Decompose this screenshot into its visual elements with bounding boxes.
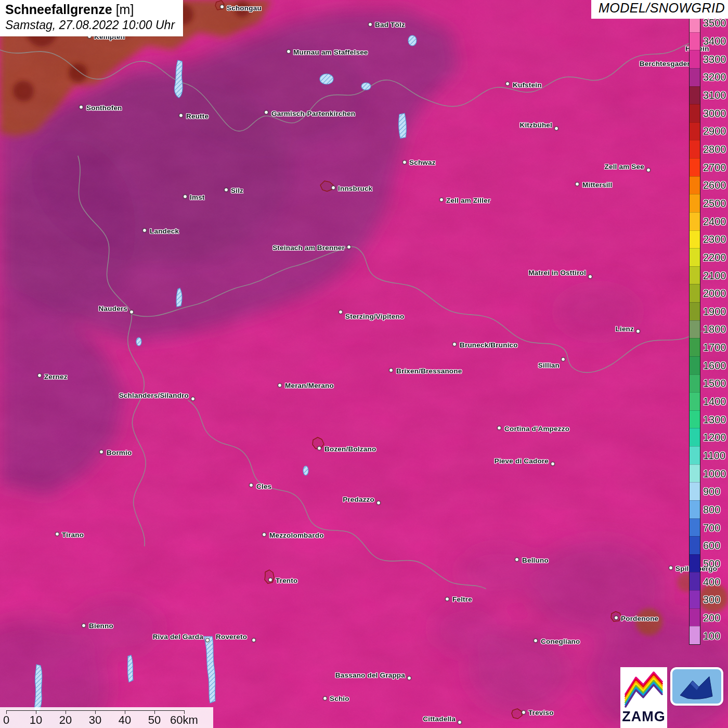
city-label-matrei-in-osttirol: Matrei in Osttirol — [528, 269, 586, 277]
colorbar-label-1200: 1200 — [703, 428, 728, 447]
colorbar-segment-1500 — [690, 374, 700, 393]
city-dot-cittadella — [458, 720, 462, 724]
city-label-schongau: Schongau — [227, 4, 262, 12]
colorbar-label-600: 600 — [703, 537, 728, 555]
city-label-bozen-bolzano: Bozen/Bolzano — [324, 445, 376, 453]
colorbar-label-3300: 3300 — [703, 50, 728, 68]
scale-label-50: 50 — [148, 713, 161, 727]
city-dot-predazzo — [376, 501, 381, 505]
colorbar-label-3000: 3000 — [703, 104, 728, 122]
colorbar-label-2700: 2700 — [703, 158, 728, 176]
city-dot-riva-del-garda — [205, 638, 210, 642]
city-label-sonthofen: Sonthofen — [86, 104, 122, 112]
city-dot-steinach-am-brenner — [347, 245, 351, 249]
colorbar-label-1100: 1100 — [703, 447, 728, 465]
colorbar-label-3400: 3400 — [703, 32, 728, 50]
colorbar-label-2900: 2900 — [703, 122, 728, 140]
city-label-nauders: Nauders — [99, 305, 127, 313]
colorbar-label-1700: 1700 — [703, 339, 728, 357]
city-dot-treviso — [522, 710, 526, 714]
city-label-pieve-di-cadore: Pieve di Cadore — [495, 457, 549, 465]
city-dot-conegliano — [534, 639, 538, 643]
city-dot-silz — [224, 188, 228, 192]
city-label-zell-am-ziller: Zell am Ziller — [446, 197, 490, 204]
city-label-cles: Cles — [256, 483, 271, 490]
city-dot-sonthofen — [79, 105, 83, 109]
city-dot-murnau-am-staffelsee — [287, 49, 291, 54]
city-label-sterzing-vipiteno: Sterzing/Vipiteno — [345, 313, 404, 320]
city-label-riva-del-garda: Riva del Garda — [153, 633, 203, 641]
colorbar-segment-600 — [690, 536, 700, 554]
scale-label-40: 40 — [119, 713, 131, 727]
zamg-logo-text: ZAMG — [622, 709, 665, 725]
colorbar-label-1900: 1900 — [703, 303, 728, 321]
snowgrid-logo — [670, 667, 723, 706]
scale-label-10: 10 — [30, 713, 42, 727]
map-datetime: Samstag, 27.08.2022 10:00 Uhr — [5, 18, 175, 32]
colorbar-segment-1100 — [690, 446, 700, 464]
colorbar-label-1400: 1400 — [703, 393, 728, 411]
map-title: Schneefallgrenze — [5, 2, 112, 17]
colorbar-segment-1900 — [690, 302, 700, 320]
city-dot-schongau — [220, 5, 224, 9]
city-dot-belluno — [515, 557, 519, 562]
city-label-kitzb-hel: Kitzbühel — [519, 121, 552, 129]
colorbar-segment-1400 — [690, 392, 700, 410]
city-label-mezzolombardo: Mezzolombardo — [269, 531, 324, 539]
city-dot-pieve-di-cadore — [551, 462, 555, 466]
city-label-innsbruck: Innsbruck — [338, 185, 372, 192]
scale-label-60km: 60km — [170, 713, 198, 727]
title-line: Schneefallgrenze[m] — [5, 2, 175, 17]
city-dot-innsbruck — [331, 186, 335, 190]
city-label-bienno: Bienno — [89, 622, 113, 630]
city-dot-bienno — [82, 623, 86, 628]
city-dot-spilimbergo — [669, 566, 673, 570]
city-label-belluno: Belluno — [522, 556, 549, 564]
city-dot-landeck — [142, 228, 147, 232]
colorbar-segment-300 — [690, 590, 700, 608]
colorbar-label-1500: 1500 — [703, 374, 728, 393]
colorbar-segment-2000 — [690, 284, 700, 302]
colorbar-segment-3000 — [690, 104, 700, 122]
colorbar-label-1800: 1800 — [703, 320, 728, 339]
city-dot-nauders — [129, 310, 134, 314]
city-dot-reutte — [179, 113, 183, 118]
city-label-imst: Imst — [190, 193, 205, 201]
city-dot-zernez — [37, 373, 42, 378]
colorbar-segment-900 — [690, 482, 700, 500]
city-label-bassano-del-grappa: Bassano del Grappa — [335, 671, 405, 679]
colorbar-label-2300: 2300 — [703, 230, 728, 249]
colorbar-segment-800 — [690, 500, 700, 518]
colorbar-label-2400: 2400 — [703, 212, 728, 230]
city-dot-rovereto — [252, 638, 256, 642]
colorbar-label-1300: 1300 — [703, 410, 728, 428]
city-label-steinach-am-brenner: Steinach am Brenner — [272, 244, 345, 252]
colorbar-label-500: 500 — [703, 555, 728, 573]
city-dot-bozen-bolzano — [317, 446, 321, 450]
colorbar-label-2600: 2600 — [703, 176, 728, 194]
city-dot-kufstein — [505, 82, 510, 86]
city-label-rovereto: Rovereto — [216, 633, 247, 641]
city-dot-mittersill — [575, 182, 579, 186]
colorbar-label-2100: 2100 — [703, 266, 728, 284]
city-label-berchtesgaden: Berchtesgaden — [640, 60, 692, 68]
colorbar-segment-700 — [690, 518, 700, 537]
city-label-zernez: Zernez — [44, 373, 68, 381]
zamg-rainbow-icon — [624, 670, 664, 709]
snowgrid-weather-map: SchongauBad TölzKemptenMurnau am Staffel… — [0, 0, 728, 728]
city-dot-bad-t-lz — [368, 22, 372, 27]
colorbar-segment-2200 — [690, 248, 700, 266]
colorbar-label-2200: 2200 — [703, 249, 728, 267]
colorbar-segment-1600 — [690, 356, 700, 374]
scale-label-0: 0 — [3, 713, 9, 727]
city-dot-zell-am-see — [646, 168, 651, 172]
colorbar-segment-3300 — [690, 50, 700, 68]
city-dot-mezzolombardo — [262, 532, 266, 537]
city-label-garmisch-partenkirchen: Garmisch-Partenkirchen — [271, 110, 355, 118]
colorbar-segment-2300 — [690, 230, 700, 249]
scale-bar: 0102030405060km — [0, 707, 213, 728]
colorbar-segment-2100 — [690, 266, 700, 284]
city-dot-matrei-in-osttirol — [588, 275, 592, 279]
city-label-bruneck-brunico: Bruneck/Brunico — [460, 341, 518, 349]
city-label-zell-am-see: Zell am See — [605, 163, 645, 171]
